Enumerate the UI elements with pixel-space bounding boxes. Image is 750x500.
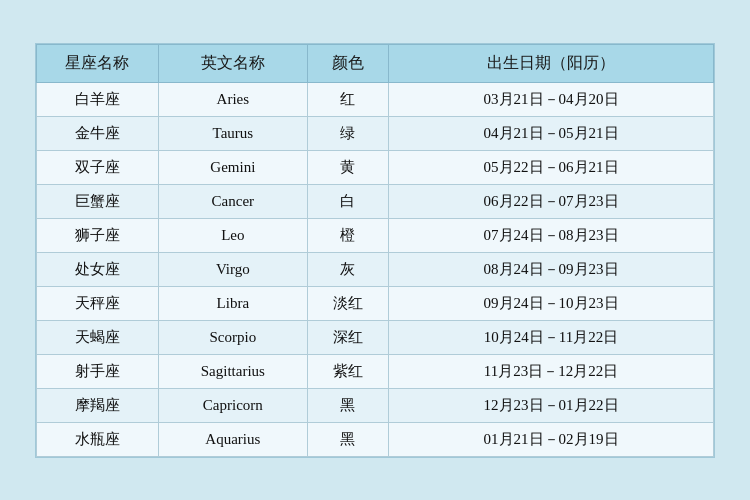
cell-color: 紫红 <box>307 354 388 388</box>
table-row: 摩羯座Capricorn黑12月23日－01月22日 <box>37 388 714 422</box>
cell-date: 05月22日－06月21日 <box>389 150 714 184</box>
table-row: 狮子座Leo橙07月24日－08月23日 <box>37 218 714 252</box>
cell-date: 03月21日－04月20日 <box>389 82 714 116</box>
cell-english: Sagittarius <box>158 354 307 388</box>
cell-chinese: 射手座 <box>37 354 159 388</box>
cell-chinese: 处女座 <box>37 252 159 286</box>
cell-color: 橙 <box>307 218 388 252</box>
cell-date: 09月24日－10月23日 <box>389 286 714 320</box>
cell-english: Scorpio <box>158 320 307 354</box>
cell-english: Capricorn <box>158 388 307 422</box>
cell-english: Aquarius <box>158 422 307 456</box>
cell-english: Libra <box>158 286 307 320</box>
cell-date: 06月22日－07月23日 <box>389 184 714 218</box>
cell-color: 红 <box>307 82 388 116</box>
cell-date: 12月23日－01月22日 <box>389 388 714 422</box>
table-row: 水瓶座Aquarius黑01月21日－02月19日 <box>37 422 714 456</box>
cell-english: Aries <box>158 82 307 116</box>
table-row: 白羊座Aries红03月21日－04月20日 <box>37 82 714 116</box>
header-color: 颜色 <box>307 44 388 82</box>
cell-color: 黑 <box>307 422 388 456</box>
header-date: 出生日期（阳历） <box>389 44 714 82</box>
table-row: 天蝎座Scorpio深红10月24日－11月22日 <box>37 320 714 354</box>
table-row: 巨蟹座Cancer白06月22日－07月23日 <box>37 184 714 218</box>
cell-date: 04月21日－05月21日 <box>389 116 714 150</box>
cell-color: 淡红 <box>307 286 388 320</box>
cell-chinese: 白羊座 <box>37 82 159 116</box>
cell-date: 10月24日－11月22日 <box>389 320 714 354</box>
cell-date: 08月24日－09月23日 <box>389 252 714 286</box>
table-row: 处女座Virgo灰08月24日－09月23日 <box>37 252 714 286</box>
cell-color: 黄 <box>307 150 388 184</box>
cell-color: 白 <box>307 184 388 218</box>
zodiac-table-container: 星座名称 英文名称 颜色 出生日期（阳历） 白羊座Aries红03月21日－04… <box>35 43 715 458</box>
table-row: 双子座Gemini黄05月22日－06月21日 <box>37 150 714 184</box>
cell-english: Leo <box>158 218 307 252</box>
cell-color: 深红 <box>307 320 388 354</box>
cell-chinese: 水瓶座 <box>37 422 159 456</box>
cell-chinese: 天秤座 <box>37 286 159 320</box>
header-english: 英文名称 <box>158 44 307 82</box>
cell-english: Gemini <box>158 150 307 184</box>
cell-color: 灰 <box>307 252 388 286</box>
table-row: 射手座Sagittarius紫红11月23日－12月22日 <box>37 354 714 388</box>
cell-english: Virgo <box>158 252 307 286</box>
cell-chinese: 双子座 <box>37 150 159 184</box>
cell-color: 绿 <box>307 116 388 150</box>
cell-chinese: 金牛座 <box>37 116 159 150</box>
cell-chinese: 狮子座 <box>37 218 159 252</box>
cell-english: Taurus <box>158 116 307 150</box>
table-header-row: 星座名称 英文名称 颜色 出生日期（阳历） <box>37 44 714 82</box>
cell-date: 07月24日－08月23日 <box>389 218 714 252</box>
cell-chinese: 摩羯座 <box>37 388 159 422</box>
cell-color: 黑 <box>307 388 388 422</box>
cell-chinese: 巨蟹座 <box>37 184 159 218</box>
header-chinese: 星座名称 <box>37 44 159 82</box>
cell-date: 11月23日－12月22日 <box>389 354 714 388</box>
table-row: 金牛座Taurus绿04月21日－05月21日 <box>37 116 714 150</box>
cell-chinese: 天蝎座 <box>37 320 159 354</box>
cell-date: 01月21日－02月19日 <box>389 422 714 456</box>
zodiac-table: 星座名称 英文名称 颜色 出生日期（阳历） 白羊座Aries红03月21日－04… <box>36 44 714 457</box>
table-row: 天秤座Libra淡红09月24日－10月23日 <box>37 286 714 320</box>
cell-english: Cancer <box>158 184 307 218</box>
